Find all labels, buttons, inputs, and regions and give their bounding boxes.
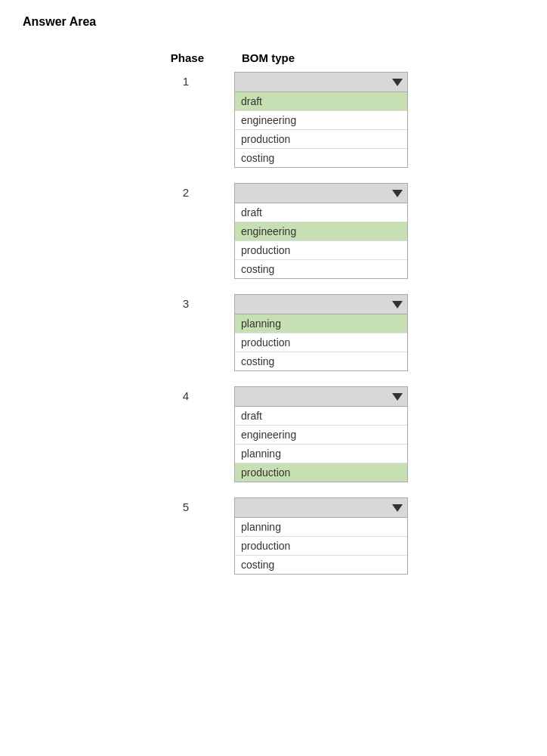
header-row: Phase BOM type	[68, 51, 524, 64]
phase-row-1: 1draftengineeringproductioncosting	[68, 72, 524, 168]
chevron-down-icon-4	[392, 393, 403, 401]
page-title: Answer Area	[23, 15, 524, 29]
bom-type-header: BOM type	[234, 51, 416, 64]
phase-row-2: 2draftengineeringproductioncosting	[68, 183, 524, 279]
chevron-down-icon-2	[392, 190, 403, 197]
phase-row-4: 4draftengineeringplanningproduction	[68, 386, 524, 482]
dropdown-4[interactable]: draftengineeringplanningproduction	[234, 386, 408, 482]
chevron-down-icon-1	[392, 79, 403, 86]
dropdown-header-4[interactable]	[235, 387, 407, 407]
dropdown-1[interactable]: draftengineeringproductioncosting	[234, 72, 408, 168]
phase-number-5: 5	[68, 497, 234, 513]
dropdown-item-5-costing[interactable]: costing	[235, 556, 407, 574]
chevron-down-icon-5	[392, 504, 403, 512]
dropdown-item-1-draft[interactable]: draft	[235, 92, 407, 111]
dropdown-2[interactable]: draftengineeringproductioncosting	[234, 183, 408, 279]
answer-area: Phase BOM type 1draftengineeringproducti…	[23, 51, 524, 590]
dropdown-item-4-draft[interactable]: draft	[235, 407, 407, 426]
dropdown-item-1-production[interactable]: production	[235, 130, 407, 149]
dropdown-item-5-planning[interactable]: planning	[235, 518, 407, 537]
phase-header: Phase	[68, 51, 234, 64]
dropdown-item-3-planning[interactable]: planning	[235, 314, 407, 333]
dropdown-header-1[interactable]	[235, 73, 407, 92]
dropdown-item-3-costing[interactable]: costing	[235, 352, 407, 370]
phase-number-2: 2	[68, 183, 234, 199]
dropdown-header-5[interactable]	[235, 498, 407, 518]
phase-number-3: 3	[68, 294, 234, 310]
dropdown-item-4-engineering[interactable]: engineering	[235, 426, 407, 445]
phase-number-4: 4	[68, 386, 234, 402]
dropdown-item-3-production[interactable]: production	[235, 333, 407, 352]
dropdown-item-1-costing[interactable]: costing	[235, 149, 407, 167]
chevron-down-icon-3	[392, 301, 403, 308]
dropdown-item-5-production[interactable]: production	[235, 537, 407, 556]
phase-row-5: 5planningproductioncosting	[68, 497, 524, 575]
dropdown-header-2[interactable]	[235, 184, 407, 203]
dropdown-item-4-planning[interactable]: planning	[235, 445, 407, 463]
phase-number-1: 1	[68, 72, 234, 88]
dropdown-item-2-production[interactable]: production	[235, 241, 407, 260]
dropdown-5[interactable]: planningproductioncosting	[234, 497, 408, 575]
dropdown-item-2-engineering[interactable]: engineering	[235, 222, 407, 241]
dropdown-item-2-costing[interactable]: costing	[235, 260, 407, 278]
dropdown-item-1-engineering[interactable]: engineering	[235, 111, 407, 130]
dropdown-item-4-production[interactable]: production	[235, 463, 407, 482]
dropdown-item-2-draft[interactable]: draft	[235, 203, 407, 222]
dropdown-header-3[interactable]	[235, 295, 407, 314]
dropdown-3[interactable]: planningproductioncosting	[234, 294, 408, 371]
phase-row-3: 3planningproductioncosting	[68, 294, 524, 371]
